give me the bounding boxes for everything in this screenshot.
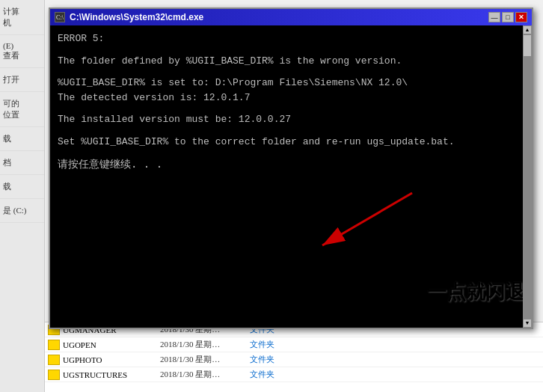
scrollbar-up-button[interactable]: ▲ [523,25,532,34]
close-button[interactable]: ✕ [515,12,527,22]
cmd-scrollbar[interactable]: ▲ ▼ [523,25,532,328]
annotation-text: 一点就闪退 [427,279,524,305]
sidebar-item-download[interactable]: 载 [0,127,44,151]
sidebar-item-computer[interactable]: 计算机 [0,0,44,35]
cmd-line-3: %UGII_BASE_DIR% is set to: D:\Program Fi… [58,76,524,91]
cmd-line-1: ERROR 5: [58,31,524,46]
cmd-title-text: C:\Windows\System32\cmd.exe [70,12,488,22]
file-name: UGSTRUCTURES [63,370,160,379]
file-list-area: UGMANAGER 2018/1/30 星期… 文件夹 UGOPEN 2018/… [45,322,543,392]
file-name: UGPHOTO [63,355,160,364]
sidebar-item-open[interactable]: 打开 [0,68,44,92]
maximize-button[interactable]: □ [502,12,514,22]
file-row-ugstructures[interactable]: UGSTRUCTURES 2018/1/30 星期… 文件夹 [45,367,543,382]
cmd-line-7: 请按任意键继续. . . [58,156,524,172]
sidebar-item-location[interactable]: 可的位置 [0,92,44,127]
window-controls: — □ ✕ [488,12,527,22]
cmd-line-4: The detected version is: 12.0.1.7 [58,91,524,105]
cmd-line-5: The installed version must be: 12.0.0.27 [58,112,524,127]
sidebar-item-drive-c[interactable]: 是 (C:) [0,199,44,223]
folder-icon [48,355,60,365]
cmd-titlebar: C:\ C:\Windows\System32\cmd.exe — □ ✕ [50,9,532,25]
sidebar-item-docs[interactable]: 档 [0,151,44,175]
file-date: 2018/1/30 星期… [160,339,250,350]
explorer-sidebar: 计算机 (E)查看 打开 可的位置 载 档 载 是 (C:) [0,0,45,392]
file-row-ugopen[interactable]: UGOPEN 2018/1/30 星期… 文件夹 [45,337,543,352]
cmd-icon: C:\ [55,12,65,22]
file-type-badge: 文件夹 [250,354,310,365]
file-date: 2018/1/30 星期… [160,354,250,365]
file-name: UGOPEN [63,340,160,349]
cmd-line-6: Set %UGII_BASE_DIR% to the correct folde… [58,135,524,150]
sidebar-item-load[interactable]: 载 [0,175,44,199]
file-type-badge: 文件夹 [250,339,310,350]
cmd-window: C:\ C:\Windows\System32\cmd.exe — □ ✕ ER… [49,7,533,329]
cmd-body: ERROR 5: The folder defined by %UGII_BAS… [50,25,532,328]
file-row-ugphoto[interactable]: UGPHOTO 2018/1/30 星期… 文件夹 [45,352,543,367]
arrow-svg [300,178,450,268]
file-date: 2018/1/30 星期… [160,369,250,380]
scrollbar-thumb[interactable] [523,34,532,57]
file-type-badge: 文件夹 [250,369,310,380]
folder-icon [48,340,60,350]
folder-icon [48,370,60,380]
minimize-button[interactable]: — [488,12,500,22]
scrollbar-track [523,34,532,319]
cmd-line-2: The folder defined by %UGII_BASE_DIR% is… [58,54,524,69]
sidebar-item-view[interactable]: (E)查看 [0,35,44,68]
svg-line-1 [322,193,412,245]
scrollbar-down-button[interactable]: ▼ [523,319,532,328]
